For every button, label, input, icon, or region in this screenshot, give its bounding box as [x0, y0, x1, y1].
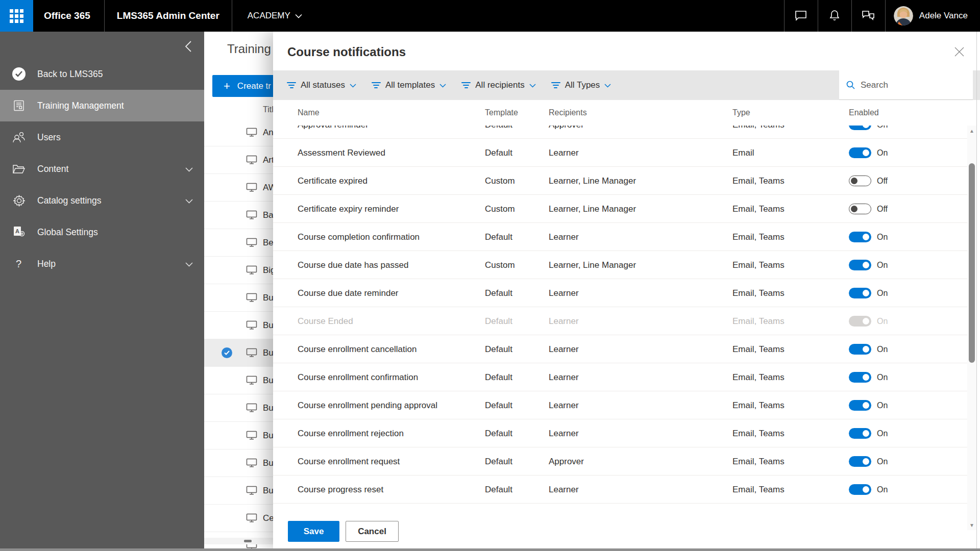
enabled-toggle[interactable] [849, 428, 871, 439]
notification-type: Email, Teams [732, 335, 785, 363]
enabled-toggle[interactable] [849, 204, 871, 214]
filter-all-templates[interactable]: All templates [364, 70, 454, 100]
enabled-toggle[interactable] [849, 456, 871, 467]
cancel-button[interactable]: Cancel [346, 521, 399, 542]
notification-name: Course due date has passed [298, 251, 481, 279]
help-icon: ? [11, 258, 27, 270]
notification-recipients: Learner [549, 363, 579, 391]
chat-icon[interactable] [785, 0, 818, 32]
notification-template: Default [485, 335, 512, 363]
notification-type: Email, Teams [732, 307, 785, 335]
notification-name: Assessment Reviewed [298, 139, 481, 167]
notification-row: Course progress reset Default Learner Em… [273, 475, 968, 504]
notification-row: Certificate expiry reminder Custom Learn… [273, 195, 968, 223]
tenant-label: ACADEMY [248, 11, 290, 21]
notification-recipients: Learner [549, 223, 579, 251]
sidebar-item-content[interactable]: Content [0, 153, 204, 185]
bell-icon[interactable] [818, 0, 851, 32]
toggle-state-label: On [877, 373, 888, 382]
notification-name: Course enrollment pending approval [298, 391, 481, 419]
filter-all-statuses[interactable]: All statuses [279, 70, 364, 100]
notification-recipients: Learner, Line Manager [549, 167, 636, 195]
filter-list: All statuses All templates All recipient… [279, 70, 619, 100]
notification-type: Email, Teams [732, 419, 785, 447]
scroll-down-icon[interactable]: ▼ [967, 521, 976, 529]
horizontal-scrollbar-thumb[interactable] [244, 540, 252, 542]
notification-name: Course due date reminder [298, 279, 481, 307]
toggle-state-label: On [877, 289, 888, 298]
enabled-toggle[interactable] [849, 126, 871, 130]
filter-icon [551, 82, 560, 88]
column-header-name[interactable]: Name [298, 100, 320, 126]
sidebar-collapse-icon[interactable] [182, 40, 195, 53]
notification-row: Course due date reminder Default Learner… [273, 279, 968, 307]
notification-name: Course enrollment rejection [298, 419, 481, 447]
user-name[interactable]: Adele Vance [919, 11, 968, 21]
column-header-type[interactable]: Type [732, 100, 750, 126]
notification-enabled-cell: On [849, 251, 888, 279]
enabled-toggle[interactable] [849, 484, 871, 495]
sidebar-item-users[interactable]: Users [0, 121, 204, 153]
notification-name: Course completion confirmation [298, 223, 481, 251]
notification-name: Course enrollment cancellation [298, 335, 481, 363]
course-monitor-icon [246, 513, 257, 523]
course-monitor-icon [246, 293, 257, 303]
column-header-template[interactable]: Template [485, 100, 518, 126]
chevron-down-icon [439, 81, 446, 90]
toggle-state-label: On [877, 126, 888, 130]
sidebar-item-back-to-lms365[interactable]: Back to LMS365 [0, 58, 204, 90]
notification-row: Assessment Reviewed Default Learner Emai… [273, 139, 968, 167]
column-header-recipients[interactable]: Recipients [549, 100, 587, 126]
notification-recipients: Learner [549, 419, 579, 447]
filter-all-types[interactable]: All Types [544, 70, 619, 100]
enabled-toggle[interactable] [849, 316, 871, 327]
notification-enabled-cell: Off [849, 167, 888, 195]
vertical-scrollbar-thumb[interactable] [969, 163, 975, 363]
column-header-enabled[interactable]: Enabled [849, 100, 879, 126]
close-icon[interactable] [951, 44, 967, 59]
enabled-toggle[interactable] [849, 232, 871, 242]
notification-template: Default [485, 307, 512, 335]
enabled-toggle[interactable] [849, 147, 871, 158]
user-avatar[interactable] [894, 6, 913, 26]
enabled-toggle[interactable] [849, 176, 871, 186]
toggle-state-label: On [877, 317, 888, 326]
save-button[interactable]: Save [288, 521, 339, 542]
filter-all-recipients[interactable]: All recipients [454, 70, 543, 100]
enabled-toggle[interactable] [849, 400, 871, 411]
enabled-toggle[interactable] [849, 372, 871, 383]
topbar-divider [104, 0, 105, 32]
sidebar-item-training-management[interactable]: Training Management [0, 90, 204, 121]
panel-title: Course notifications [287, 45, 406, 59]
notification-enabled-cell: On [849, 363, 888, 391]
vertical-scrollbar[interactable]: ▲ ▼ [967, 126, 976, 530]
notification-enabled-cell: On [849, 447, 888, 475]
course-monitor-icon [246, 320, 257, 330]
course-monitor-icon [246, 375, 257, 385]
scroll-up-icon[interactable]: ▲ [967, 127, 976, 135]
notification-name: Approval reminder [298, 126, 481, 139]
sidebar-item-catalog-settings[interactable]: Catalog settings [0, 185, 204, 216]
panel-header: Course notifications [273, 32, 980, 70]
topbar-right: Adele Vance [784, 0, 980, 32]
office365-label[interactable]: Office 365 [44, 10, 90, 21]
sidebar-item-global-settings[interactable]: A Global Settings [0, 216, 204, 248]
training-icon [11, 99, 27, 112]
enabled-toggle[interactable] [849, 344, 871, 355]
sidebar-item-help[interactable]: ? Help [0, 248, 204, 280]
notification-name: Course progress reset [298, 475, 481, 504]
notification-template: Custom [485, 195, 515, 223]
enabled-toggle[interactable] [849, 288, 871, 298]
tenant-dropdown[interactable]: ACADEMY [248, 11, 302, 21]
users-icon [11, 131, 27, 143]
admin-center-label[interactable]: LMS365 Admin Center [117, 10, 219, 21]
notifications-list: Approval reminder Default Approver Email… [273, 126, 968, 506]
waffle-grid [10, 9, 23, 23]
notification-template: Default [485, 363, 512, 391]
title-column-header[interactable]: Titl [263, 100, 274, 119]
app-launcher-icon[interactable] [0, 0, 33, 32]
notification-row: Certificate expired Custom Learner, Line… [273, 167, 968, 195]
feedback-icon[interactable] [852, 0, 885, 32]
search-input[interactable] [861, 80, 958, 90]
enabled-toggle[interactable] [849, 260, 871, 270]
